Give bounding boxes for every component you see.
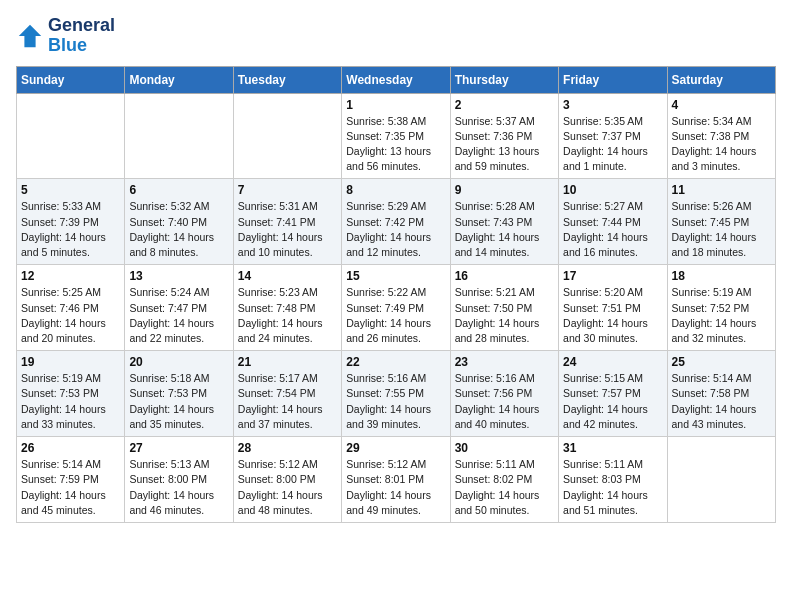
day-number: 30: [455, 441, 554, 455]
calendar-header-row: SundayMondayTuesdayWednesdayThursdayFrid…: [17, 66, 776, 93]
day-number: 25: [672, 355, 771, 369]
header-monday: Monday: [125, 66, 233, 93]
day-cell: 26Sunrise: 5:14 AMSunset: 7:59 PMDayligh…: [17, 437, 125, 523]
day-number: 29: [346, 441, 445, 455]
day-number: 20: [129, 355, 228, 369]
day-cell: 21Sunrise: 5:17 AMSunset: 7:54 PMDayligh…: [233, 351, 341, 437]
day-number: 15: [346, 269, 445, 283]
logo-icon: [16, 22, 44, 50]
day-number: 18: [672, 269, 771, 283]
day-info: Sunrise: 5:20 AMSunset: 7:51 PMDaylight:…: [563, 285, 662, 346]
day-info: Sunrise: 5:15 AMSunset: 7:57 PMDaylight:…: [563, 371, 662, 432]
day-number: 28: [238, 441, 337, 455]
day-info: Sunrise: 5:11 AMSunset: 8:03 PMDaylight:…: [563, 457, 662, 518]
day-cell: [125, 93, 233, 179]
day-number: 8: [346, 183, 445, 197]
day-cell: 9Sunrise: 5:28 AMSunset: 7:43 PMDaylight…: [450, 179, 558, 265]
day-info: Sunrise: 5:27 AMSunset: 7:44 PMDaylight:…: [563, 199, 662, 260]
day-info: Sunrise: 5:38 AMSunset: 7:35 PMDaylight:…: [346, 114, 445, 175]
day-info: Sunrise: 5:19 AMSunset: 7:52 PMDaylight:…: [672, 285, 771, 346]
day-number: 19: [21, 355, 120, 369]
day-cell: 18Sunrise: 5:19 AMSunset: 7:52 PMDayligh…: [667, 265, 775, 351]
day-info: Sunrise: 5:22 AMSunset: 7:49 PMDaylight:…: [346, 285, 445, 346]
day-info: Sunrise: 5:21 AMSunset: 7:50 PMDaylight:…: [455, 285, 554, 346]
day-number: 4: [672, 98, 771, 112]
day-number: 11: [672, 183, 771, 197]
logo-text: General Blue: [48, 16, 115, 56]
day-number: 1: [346, 98, 445, 112]
day-number: 14: [238, 269, 337, 283]
day-info: Sunrise: 5:12 AMSunset: 8:00 PMDaylight:…: [238, 457, 337, 518]
day-info: Sunrise: 5:29 AMSunset: 7:42 PMDaylight:…: [346, 199, 445, 260]
day-cell: 10Sunrise: 5:27 AMSunset: 7:44 PMDayligh…: [559, 179, 667, 265]
day-info: Sunrise: 5:35 AMSunset: 7:37 PMDaylight:…: [563, 114, 662, 175]
day-cell: 11Sunrise: 5:26 AMSunset: 7:45 PMDayligh…: [667, 179, 775, 265]
week-row-5: 26Sunrise: 5:14 AMSunset: 7:59 PMDayligh…: [17, 437, 776, 523]
day-number: 3: [563, 98, 662, 112]
day-number: 2: [455, 98, 554, 112]
day-number: 23: [455, 355, 554, 369]
header-thursday: Thursday: [450, 66, 558, 93]
day-info: Sunrise: 5:31 AMSunset: 7:41 PMDaylight:…: [238, 199, 337, 260]
day-cell: [667, 437, 775, 523]
page-header: General Blue: [16, 16, 776, 56]
day-info: Sunrise: 5:16 AMSunset: 7:55 PMDaylight:…: [346, 371, 445, 432]
day-cell: 1Sunrise: 5:38 AMSunset: 7:35 PMDaylight…: [342, 93, 450, 179]
day-cell: 25Sunrise: 5:14 AMSunset: 7:58 PMDayligh…: [667, 351, 775, 437]
week-row-2: 5Sunrise: 5:33 AMSunset: 7:39 PMDaylight…: [17, 179, 776, 265]
day-number: 24: [563, 355, 662, 369]
day-number: 6: [129, 183, 228, 197]
day-info: Sunrise: 5:25 AMSunset: 7:46 PMDaylight:…: [21, 285, 120, 346]
day-cell: 22Sunrise: 5:16 AMSunset: 7:55 PMDayligh…: [342, 351, 450, 437]
header-wednesday: Wednesday: [342, 66, 450, 93]
day-info: Sunrise: 5:32 AMSunset: 7:40 PMDaylight:…: [129, 199, 228, 260]
week-row-4: 19Sunrise: 5:19 AMSunset: 7:53 PMDayligh…: [17, 351, 776, 437]
day-cell: 24Sunrise: 5:15 AMSunset: 7:57 PMDayligh…: [559, 351, 667, 437]
day-number: 9: [455, 183, 554, 197]
day-info: Sunrise: 5:24 AMSunset: 7:47 PMDaylight:…: [129, 285, 228, 346]
svg-marker-0: [19, 25, 41, 47]
day-info: Sunrise: 5:33 AMSunset: 7:39 PMDaylight:…: [21, 199, 120, 260]
week-row-3: 12Sunrise: 5:25 AMSunset: 7:46 PMDayligh…: [17, 265, 776, 351]
day-info: Sunrise: 5:23 AMSunset: 7:48 PMDaylight:…: [238, 285, 337, 346]
day-number: 21: [238, 355, 337, 369]
week-row-1: 1Sunrise: 5:38 AMSunset: 7:35 PMDaylight…: [17, 93, 776, 179]
day-number: 12: [21, 269, 120, 283]
day-cell: 2Sunrise: 5:37 AMSunset: 7:36 PMDaylight…: [450, 93, 558, 179]
day-number: 10: [563, 183, 662, 197]
header-friday: Friday: [559, 66, 667, 93]
day-cell: 6Sunrise: 5:32 AMSunset: 7:40 PMDaylight…: [125, 179, 233, 265]
day-info: Sunrise: 5:16 AMSunset: 7:56 PMDaylight:…: [455, 371, 554, 432]
day-cell: 20Sunrise: 5:18 AMSunset: 7:53 PMDayligh…: [125, 351, 233, 437]
day-cell: 13Sunrise: 5:24 AMSunset: 7:47 PMDayligh…: [125, 265, 233, 351]
day-number: 17: [563, 269, 662, 283]
day-cell: 12Sunrise: 5:25 AMSunset: 7:46 PMDayligh…: [17, 265, 125, 351]
day-cell: 8Sunrise: 5:29 AMSunset: 7:42 PMDaylight…: [342, 179, 450, 265]
day-number: 26: [21, 441, 120, 455]
calendar-table: SundayMondayTuesdayWednesdayThursdayFrid…: [16, 66, 776, 523]
day-info: Sunrise: 5:13 AMSunset: 8:00 PMDaylight:…: [129, 457, 228, 518]
day-cell: 7Sunrise: 5:31 AMSunset: 7:41 PMDaylight…: [233, 179, 341, 265]
day-cell: 19Sunrise: 5:19 AMSunset: 7:53 PMDayligh…: [17, 351, 125, 437]
day-cell: 30Sunrise: 5:11 AMSunset: 8:02 PMDayligh…: [450, 437, 558, 523]
day-cell: 29Sunrise: 5:12 AMSunset: 8:01 PMDayligh…: [342, 437, 450, 523]
day-number: 5: [21, 183, 120, 197]
day-cell: 28Sunrise: 5:12 AMSunset: 8:00 PMDayligh…: [233, 437, 341, 523]
day-cell: 15Sunrise: 5:22 AMSunset: 7:49 PMDayligh…: [342, 265, 450, 351]
day-cell: 3Sunrise: 5:35 AMSunset: 7:37 PMDaylight…: [559, 93, 667, 179]
day-cell: 16Sunrise: 5:21 AMSunset: 7:50 PMDayligh…: [450, 265, 558, 351]
day-info: Sunrise: 5:14 AMSunset: 7:59 PMDaylight:…: [21, 457, 120, 518]
day-cell: 27Sunrise: 5:13 AMSunset: 8:00 PMDayligh…: [125, 437, 233, 523]
header-sunday: Sunday: [17, 66, 125, 93]
day-info: Sunrise: 5:37 AMSunset: 7:36 PMDaylight:…: [455, 114, 554, 175]
day-info: Sunrise: 5:26 AMSunset: 7:45 PMDaylight:…: [672, 199, 771, 260]
header-saturday: Saturday: [667, 66, 775, 93]
day-info: Sunrise: 5:34 AMSunset: 7:38 PMDaylight:…: [672, 114, 771, 175]
day-info: Sunrise: 5:19 AMSunset: 7:53 PMDaylight:…: [21, 371, 120, 432]
day-number: 22: [346, 355, 445, 369]
day-info: Sunrise: 5:11 AMSunset: 8:02 PMDaylight:…: [455, 457, 554, 518]
day-cell: 5Sunrise: 5:33 AMSunset: 7:39 PMDaylight…: [17, 179, 125, 265]
logo: General Blue: [16, 16, 115, 56]
day-number: 16: [455, 269, 554, 283]
day-info: Sunrise: 5:28 AMSunset: 7:43 PMDaylight:…: [455, 199, 554, 260]
